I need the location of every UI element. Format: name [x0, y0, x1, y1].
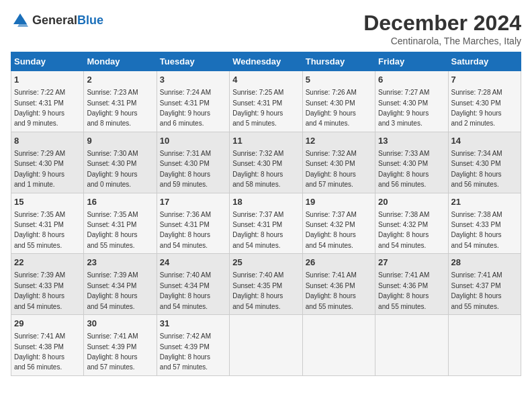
table-cell: 25Sunrise: 7:40 AMSunset: 4:35 PMDayligh… — [230, 254, 302, 315]
table-cell: 4Sunrise: 7:25 AMSunset: 4:31 PMDaylight… — [230, 71, 302, 132]
col-friday: Friday — [375, 52, 448, 71]
col-tuesday: Tuesday — [157, 52, 229, 71]
table-cell: 19Sunrise: 7:37 AMSunset: 4:32 PMDayligh… — [302, 193, 375, 254]
logo-text-blue: Blue — [77, 13, 103, 27]
page-header: GeneralBlue December 2024 Centinarola, T… — [11, 11, 521, 46]
table-cell: 30Sunrise: 7:41 AMSunset: 4:39 PMDayligh… — [84, 315, 157, 376]
table-cell: 12Sunrise: 7:32 AMSunset: 4:30 PMDayligh… — [302, 132, 375, 193]
table-cell: 8Sunrise: 7:29 AMSunset: 4:30 PMDaylight… — [11, 132, 84, 193]
table-cell: 1Sunrise: 7:22 AMSunset: 4:31 PMDaylight… — [11, 71, 84, 132]
table-cell: 15Sunrise: 7:35 AMSunset: 4:31 PMDayligh… — [11, 193, 84, 254]
col-sunday: Sunday — [11, 52, 84, 71]
table-cell: 31Sunrise: 7:42 AMSunset: 4:39 PMDayligh… — [157, 315, 229, 376]
col-thursday: Thursday — [302, 52, 375, 71]
table-cell: 16Sunrise: 7:35 AMSunset: 4:31 PMDayligh… — [84, 193, 157, 254]
table-row: 15Sunrise: 7:35 AMSunset: 4:31 PMDayligh… — [11, 193, 521, 254]
table-cell — [230, 315, 302, 376]
subtitle: Centinarola, The Marches, Italy — [363, 36, 521, 46]
logo-text-general: General — [32, 13, 77, 27]
logo-icon — [11, 11, 30, 30]
logo: GeneralBlue — [11, 11, 103, 30]
table-cell: 13Sunrise: 7:33 AMSunset: 4:30 PMDayligh… — [375, 132, 448, 193]
table-cell: 20Sunrise: 7:38 AMSunset: 4:32 PMDayligh… — [375, 193, 448, 254]
table-cell: 28Sunrise: 7:41 AMSunset: 4:37 PMDayligh… — [448, 254, 521, 315]
table-cell: 5Sunrise: 7:26 AMSunset: 4:30 PMDaylight… — [302, 71, 375, 132]
table-cell: 3Sunrise: 7:24 AMSunset: 4:31 PMDaylight… — [157, 71, 229, 132]
calendar-table: Sunday Monday Tuesday Wednesday Thursday… — [11, 52, 521, 376]
col-monday: Monday — [84, 52, 157, 71]
header-row: Sunday Monday Tuesday Wednesday Thursday… — [11, 52, 521, 71]
title-area: December 2024 Centinarola, The Marches, … — [363, 11, 521, 46]
table-cell: 9Sunrise: 7:30 AMSunset: 4:30 PMDaylight… — [84, 132, 157, 193]
table-row: 29Sunrise: 7:41 AMSunset: 4:38 PMDayligh… — [11, 315, 521, 376]
table-cell: 23Sunrise: 7:39 AMSunset: 4:34 PMDayligh… — [84, 254, 157, 315]
table-cell: 2Sunrise: 7:23 AMSunset: 4:31 PMDaylight… — [84, 71, 157, 132]
table-row: 22Sunrise: 7:39 AMSunset: 4:33 PMDayligh… — [11, 254, 521, 315]
table-cell: 24Sunrise: 7:40 AMSunset: 4:34 PMDayligh… — [157, 254, 229, 315]
table-cell: 6Sunrise: 7:27 AMSunset: 4:30 PMDaylight… — [375, 71, 448, 132]
table-cell: 7Sunrise: 7:28 AMSunset: 4:30 PMDaylight… — [448, 71, 521, 132]
table-cell: 10Sunrise: 7:31 AMSunset: 4:30 PMDayligh… — [157, 132, 229, 193]
table-row: 8Sunrise: 7:29 AMSunset: 4:30 PMDaylight… — [11, 132, 521, 193]
table-cell: 11Sunrise: 7:32 AMSunset: 4:30 PMDayligh… — [230, 132, 302, 193]
table-cell: 21Sunrise: 7:38 AMSunset: 4:33 PMDayligh… — [448, 193, 521, 254]
table-cell: 29Sunrise: 7:41 AMSunset: 4:38 PMDayligh… — [11, 315, 84, 376]
table-cell — [375, 315, 448, 376]
table-cell: 27Sunrise: 7:41 AMSunset: 4:36 PMDayligh… — [375, 254, 448, 315]
table-cell — [302, 315, 375, 376]
table-cell: 26Sunrise: 7:41 AMSunset: 4:36 PMDayligh… — [302, 254, 375, 315]
main-title: December 2024 — [363, 11, 521, 36]
table-cell — [448, 315, 521, 376]
col-wednesday: Wednesday — [230, 52, 302, 71]
table-cell: 18Sunrise: 7:37 AMSunset: 4:31 PMDayligh… — [230, 193, 302, 254]
table-cell: 17Sunrise: 7:36 AMSunset: 4:31 PMDayligh… — [157, 193, 229, 254]
table-row: 1Sunrise: 7:22 AMSunset: 4:31 PMDaylight… — [11, 71, 521, 132]
table-cell: 14Sunrise: 7:34 AMSunset: 4:30 PMDayligh… — [448, 132, 521, 193]
col-saturday: Saturday — [448, 52, 521, 71]
table-cell: 22Sunrise: 7:39 AMSunset: 4:33 PMDayligh… — [11, 254, 84, 315]
